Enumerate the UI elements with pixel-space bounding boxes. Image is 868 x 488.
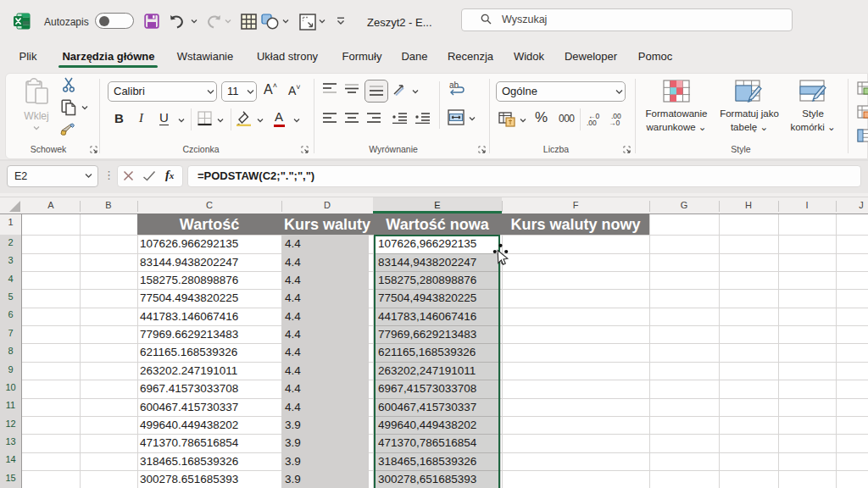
svg-text:.00: .00	[587, 119, 597, 126]
svg-text:ab: ab	[449, 80, 459, 90]
svg-text:→0: →0	[609, 119, 620, 126]
